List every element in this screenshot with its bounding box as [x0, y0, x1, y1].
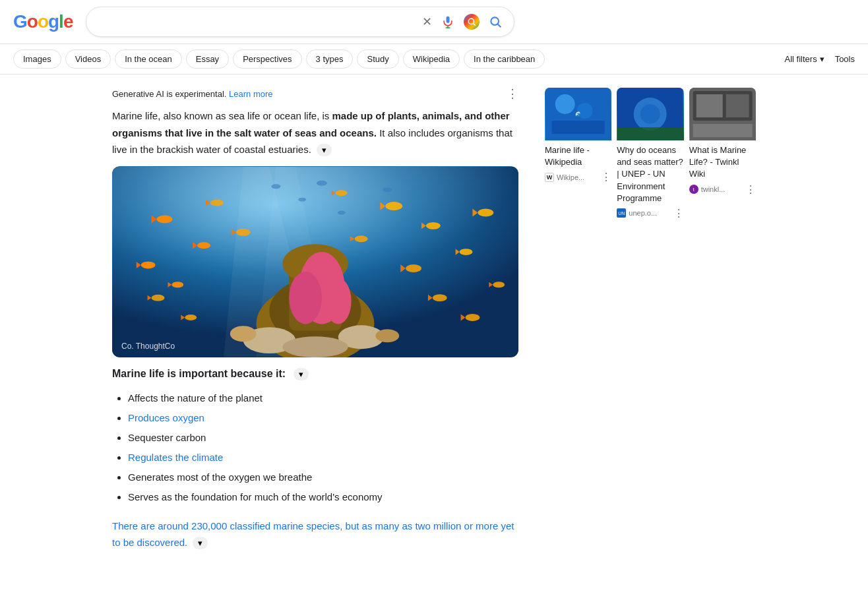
twinkl-source-icon: t — [689, 185, 698, 194]
wikipedia-source-icon: W — [545, 173, 554, 182]
chevron-down-icon: ▾ — [198, 538, 202, 548]
bullet-text: Generates most of the oxygen we breathe — [128, 471, 312, 483]
tab-images[interactable]: Images — [13, 49, 61, 69]
list-item: Generates most of the oxygen we breathe — [128, 468, 518, 487]
svg-point-62 — [338, 210, 346, 214]
svg-point-52 — [152, 294, 165, 301]
tab-essay[interactable]: Essay — [186, 49, 229, 69]
tab-in-the-caribbean[interactable]: In the caribbean — [464, 49, 545, 69]
list-item: Regulates the climate — [128, 448, 518, 468]
svg-point-19 — [282, 336, 348, 357]
svg-point-59 — [298, 197, 306, 201]
svg-point-28 — [171, 282, 183, 287]
card-image-wikipedia: 🌊 — [545, 88, 611, 140]
tab-3-types[interactable]: 3 types — [306, 49, 354, 69]
card-image-twinkl — [689, 88, 756, 140]
card-source-label-unep: unep.o... — [629, 209, 657, 217]
svg-line-5 — [498, 24, 501, 27]
bullet-text: Sequester carbon — [128, 432, 206, 443]
tab-perspectives[interactable]: Perspectives — [233, 49, 301, 69]
important-header-text: Marine life is important because it: — [112, 368, 286, 380]
svg-line-3 — [474, 23, 476, 26]
voice-search-button[interactable] — [440, 14, 456, 30]
svg-point-34 — [460, 249, 473, 255]
svg-point-46 — [406, 264, 421, 272]
card-wikipedia[interactable]: 🌊 Marine life - Wikipedia W Wikipe... ⋮ — [545, 88, 611, 224]
tab-study[interactable]: Study — [357, 49, 398, 69]
tab-wikipedia[interactable]: Wikipedia — [403, 49, 460, 69]
unep-source-icon: UN — [617, 208, 626, 218]
svg-point-64 — [555, 94, 575, 114]
all-filters-button[interactable]: All filters ▾ — [785, 54, 824, 64]
list-item: Produces oxygen — [128, 408, 518, 428]
list-item: Serves as the foundation for much of the… — [128, 487, 518, 507]
chevron-down-icon: ▾ — [820, 54, 824, 64]
bullet-text: Affects the nature of the planet — [128, 392, 263, 404]
right-column: 🌊 Marine life - Wikipedia W Wikipe... ⋮ — [545, 88, 756, 551]
description-expand-button[interactable]: ▾ — [317, 144, 332, 156]
svg-point-22 — [157, 215, 173, 223]
conclusion-text: There are around 230,000 classified mari… — [112, 518, 518, 551]
svg-point-70 — [640, 104, 660, 124]
card-unep[interactable]: Why do oceans and seas matter? | UNEP - … — [617, 88, 683, 224]
google-logo: Google — [13, 11, 73, 32]
svg-point-4 — [491, 17, 499, 25]
conclusion-expand-button[interactable]: ▾ — [193, 537, 208, 549]
svg-point-42 — [336, 190, 348, 196]
coral-scene-svg — [112, 166, 518, 357]
main-content: Generative AI is experimental. Learn mor… — [0, 75, 868, 564]
search-bar-wrapper: what is marine life ✕ — [86, 7, 514, 37]
card-title-wikipedia: Marine life - Wikipedia — [545, 140, 611, 171]
card-more-button-twinkl[interactable]: ⋮ — [745, 183, 756, 196]
conclusion-link[interactable]: There are around 230,000 classified mari… — [112, 520, 514, 549]
svg-point-20 — [230, 326, 257, 342]
svg-point-44 — [355, 235, 368, 242]
card-source-twinkl: t twinkl... — [689, 185, 726, 194]
svg-point-58 — [271, 184, 280, 189]
ai-description: Marine life, also known as sea life or o… — [112, 107, 518, 158]
tab-videos[interactable]: Videos — [65, 49, 111, 69]
svg-rect-66 — [552, 121, 605, 134]
card-more-button-wikipedia[interactable]: ⋮ — [601, 171, 611, 183]
list-item: Sequester carbon — [128, 428, 518, 448]
search-icons: ✕ — [421, 13, 503, 31]
card-title-twinkl: What is Marine Life? - Twinkl Wiki — [689, 140, 756, 183]
svg-rect-76 — [693, 124, 752, 137]
card-source-label-twinkl: twinkl... — [701, 185, 726, 193]
search-input[interactable]: what is marine life — [97, 16, 416, 28]
svg-point-36 — [478, 208, 493, 216]
lens-icon — [464, 14, 480, 30]
important-expand-button[interactable]: ▾ — [294, 368, 309, 380]
list-item: Affects the nature of the planet — [128, 388, 518, 408]
svg-point-61 — [383, 187, 392, 192]
svg-point-60 — [317, 180, 327, 185]
bullet-link[interactable]: Regulates the climate — [128, 452, 223, 463]
description-part1: Marine life, also known as sea life or o… — [112, 110, 332, 121]
search-submit-button[interactable] — [487, 14, 503, 30]
tools-button[interactable]: Tools — [835, 54, 855, 64]
image-source-label: Co. ThoughtCo — [121, 342, 175, 351]
tab-in-the-ocean[interactable]: In the ocean — [115, 49, 182, 69]
svg-point-15 — [289, 271, 322, 323]
card-more-button-unep[interactable]: ⋮ — [673, 207, 684, 220]
lens-search-button[interactable] — [462, 13, 481, 31]
card-footer-unep: UN unep.o... ⋮ — [617, 207, 683, 224]
clear-button[interactable]: ✕ — [421, 13, 433, 30]
svg-point-54 — [466, 313, 480, 320]
learn-more-link[interactable]: Learn more — [229, 89, 272, 99]
svg-point-16 — [325, 278, 352, 324]
svg-rect-71 — [617, 127, 683, 140]
ai-more-button[interactable]: ⋮ — [507, 88, 518, 100]
image-caption: Co. ThoughtCo — [121, 342, 175, 351]
bullet-link[interactable]: Produces oxygen — [128, 412, 204, 423]
search-icon — [489, 15, 502, 28]
bullet-text: Serves as the foundation for much of the… — [128, 491, 383, 502]
card-twinkl[interactable]: What is Marine Life? - Twinkl Wiki t twi… — [689, 88, 756, 224]
svg-point-38 — [210, 199, 224, 206]
svg-point-32 — [426, 222, 441, 229]
card-footer-wikipedia: W Wikipe... ⋮ — [545, 171, 611, 187]
card-image-unep — [617, 88, 683, 140]
cards-row: 🌊 Marine life - Wikipedia W Wikipe... ⋮ — [545, 88, 756, 224]
svg-point-2 — [469, 18, 474, 24]
ai-banner-text: Generative AI is experimental. Learn mor… — [112, 89, 273, 99]
